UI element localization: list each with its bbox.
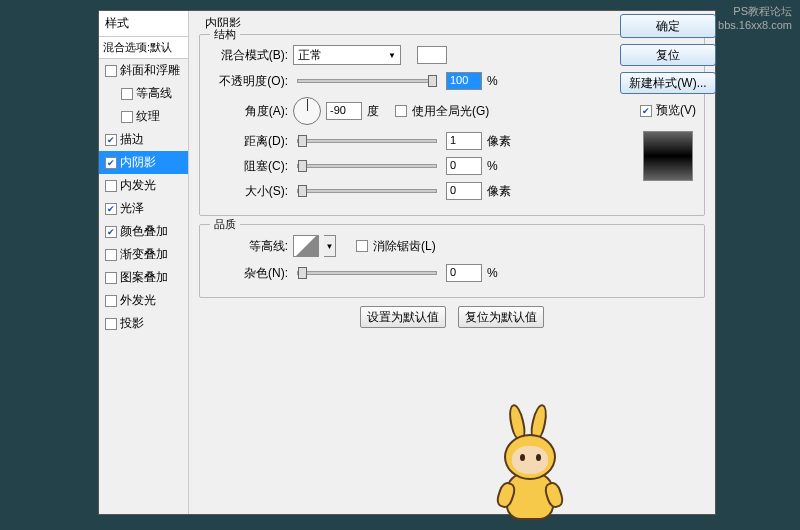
distance-unit: 像素 (487, 133, 517, 150)
size-label: 大小(S): (210, 183, 288, 200)
style-label: 内发光 (120, 177, 156, 194)
preview-label: 预览(V) (656, 102, 696, 119)
style-item-7[interactable]: 颜色叠加 (99, 220, 188, 243)
noise-label: 杂色(N): (210, 265, 288, 282)
style-checkbox[interactable] (121, 111, 133, 123)
style-item-6[interactable]: 光泽 (99, 197, 188, 220)
global-light-checkbox[interactable] (395, 105, 407, 117)
chevron-down-icon: ▼ (388, 51, 396, 60)
styles-header: 样式 (99, 11, 188, 37)
structure-legend: 结构 (210, 27, 240, 42)
angle-unit: 度 (367, 103, 379, 120)
style-label: 等高线 (136, 85, 172, 102)
size-slider[interactable] (297, 189, 437, 193)
angle-dial[interactable] (293, 97, 321, 125)
opacity-input[interactable]: 100 (446, 72, 482, 90)
style-checkbox[interactable] (105, 134, 117, 146)
reset-default-button[interactable]: 复位为默认值 (458, 306, 544, 328)
styles-list: 样式 混合选项:默认 斜面和浮雕等高线纹理描边内阴影内发光光泽颜色叠加渐变叠加图… (99, 11, 189, 514)
opacity-unit: % (487, 74, 517, 88)
set-default-button[interactable]: 设置为默认值 (360, 306, 446, 328)
size-unit: 像素 (487, 183, 517, 200)
watermark: PS教程论坛 bbs.16xx8.com (718, 4, 792, 33)
antialias-checkbox[interactable] (356, 240, 368, 252)
opacity-label: 不透明度(O): (210, 73, 288, 90)
contour-label: 等高线: (210, 238, 288, 255)
style-item-11[interactable]: 投影 (99, 312, 188, 335)
style-item-5[interactable]: 内发光 (99, 174, 188, 197)
choke-slider[interactable] (297, 164, 437, 168)
choke-label: 阻塞(C): (210, 158, 288, 175)
choke-unit: % (487, 159, 517, 173)
style-checkbox[interactable] (105, 318, 117, 330)
contour-picker[interactable] (293, 235, 319, 257)
style-checkbox[interactable] (121, 88, 133, 100)
noise-input[interactable]: 0 (446, 264, 482, 282)
style-item-0[interactable]: 斜面和浮雕 (99, 59, 188, 82)
style-checkbox[interactable] (105, 249, 117, 261)
style-item-8[interactable]: 渐变叠加 (99, 243, 188, 266)
style-checkbox[interactable] (105, 157, 117, 169)
opacity-slider[interactable] (297, 79, 437, 83)
blend-mode-dropdown[interactable]: 正常 ▼ (293, 45, 401, 65)
style-checkbox[interactable] (105, 295, 117, 307)
noise-unit: % (487, 266, 517, 280)
shadow-color-swatch[interactable] (417, 46, 447, 64)
noise-slider[interactable] (297, 271, 437, 275)
style-label: 图案叠加 (120, 269, 168, 286)
style-checkbox[interactable] (105, 65, 117, 77)
ok-button[interactable]: 确定 (620, 14, 716, 38)
style-label: 投影 (120, 315, 144, 332)
quality-legend: 品质 (210, 217, 240, 232)
style-label: 斜面和浮雕 (120, 62, 180, 79)
distance-label: 距离(D): (210, 133, 288, 150)
style-label: 外发光 (120, 292, 156, 309)
style-checkbox[interactable] (105, 203, 117, 215)
preview-checkbox[interactable] (640, 105, 652, 117)
distance-slider[interactable] (297, 139, 437, 143)
choke-input[interactable]: 0 (446, 157, 482, 175)
angle-input[interactable]: -90 (326, 102, 362, 120)
style-label: 内阴影 (120, 154, 156, 171)
new-style-button[interactable]: 新建样式(W)... (620, 72, 716, 94)
style-label: 光泽 (120, 200, 144, 217)
style-item-9[interactable]: 图案叠加 (99, 266, 188, 289)
style-item-10[interactable]: 外发光 (99, 289, 188, 312)
blend-mode-label: 混合模式(B): (210, 47, 288, 64)
style-label: 描边 (120, 131, 144, 148)
style-item-2[interactable]: 纹理 (99, 105, 188, 128)
global-light-label: 使用全局光(G) (412, 103, 489, 120)
style-checkbox[interactable] (105, 226, 117, 238)
style-label: 纹理 (136, 108, 160, 125)
dialog-right-buttons: 确定 复位 新建样式(W)... 预览(V) (618, 14, 718, 181)
style-label: 渐变叠加 (120, 246, 168, 263)
mascot-icon (474, 410, 594, 530)
preview-thumbnail (643, 131, 693, 181)
quality-fieldset: 品质 等高线: ▼ 消除锯齿(L) 杂色(N): 0 % (199, 224, 705, 298)
style-checkbox[interactable] (105, 180, 117, 192)
style-item-3[interactable]: 描边 (99, 128, 188, 151)
style-checkbox[interactable] (105, 272, 117, 284)
contour-dropdown-arrow[interactable]: ▼ (324, 235, 336, 257)
antialias-label: 消除锯齿(L) (373, 238, 436, 255)
distance-input[interactable]: 1 (446, 132, 482, 150)
style-item-1[interactable]: 等高线 (99, 82, 188, 105)
blend-options-row[interactable]: 混合选项:默认 (99, 37, 188, 59)
angle-label: 角度(A): (210, 103, 288, 120)
style-item-4[interactable]: 内阴影 (99, 151, 188, 174)
size-input[interactable]: 0 (446, 182, 482, 200)
cancel-button[interactable]: 复位 (620, 44, 716, 66)
style-label: 颜色叠加 (120, 223, 168, 240)
